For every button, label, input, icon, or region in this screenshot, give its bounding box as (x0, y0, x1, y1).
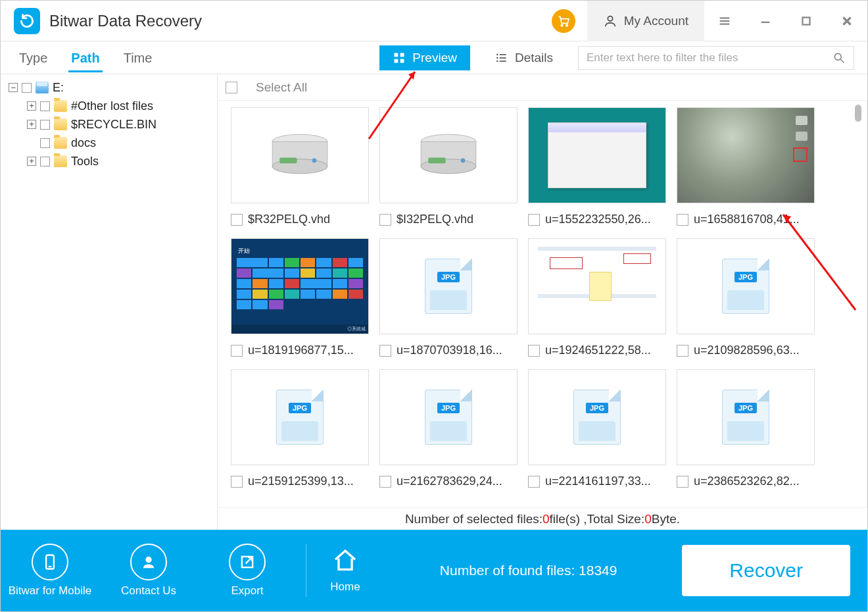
file-name: u=2214161197,33... (545, 474, 651, 488)
maximize-button[interactable] (786, 1, 827, 41)
export-button[interactable]: Export (198, 544, 297, 598)
preview-view-button[interactable]: Preview (379, 45, 470, 70)
file-checkbox[interactable] (677, 476, 688, 488)
tab-time[interactable]: Time (121, 44, 155, 71)
tree-item[interactable]: +$RECYCLE.BIN (9, 115, 217, 134)
file-item[interactable]: JPGu=2214161197,33... (528, 369, 666, 488)
file-thumbnail[interactable] (231, 107, 369, 203)
scrollbar-thumb[interactable] (855, 105, 861, 122)
expand-icon[interactable]: + (27, 157, 36, 166)
file-item[interactable]: u=1924651222,58... (528, 238, 666, 357)
file-checkbox[interactable] (231, 345, 243, 357)
svg-point-26 (312, 159, 317, 163)
home-button[interactable]: Home (316, 548, 375, 594)
file-item[interactable]: JPGu=2159125399,13... (231, 369, 369, 488)
bitwar-mobile-button[interactable]: Bitwar for Mobile (1, 544, 99, 598)
content-area: Select All $R32PELQ.vhd$I32PELQ.vhdu=155… (218, 74, 867, 530)
tree-item[interactable]: docs (9, 134, 217, 152)
file-thumbnail[interactable] (528, 107, 666, 203)
file-thumbnail[interactable]: JPG (528, 369, 666, 465)
file-thumbnail[interactable]: JPG (379, 369, 518, 465)
tree-item[interactable]: +Tools (9, 152, 217, 170)
tree-checkbox[interactable] (22, 83, 32, 93)
file-item[interactable]: JPGu=2386523262,82... (677, 369, 815, 488)
svg-rect-10 (395, 53, 398, 57)
file-checkbox[interactable] (528, 214, 540, 226)
tree-item-label: docs (71, 136, 96, 150)
file-item[interactable]: JPGu=2109828596,63... (677, 238, 815, 357)
preview-label: Preview (412, 51, 457, 65)
file-checkbox[interactable] (379, 214, 391, 226)
tree-checkbox[interactable] (40, 138, 50, 148)
recover-button[interactable]: Recover (682, 545, 850, 596)
svg-point-0 (561, 24, 563, 26)
file-thumbnail[interactable]: JPG (379, 238, 518, 334)
file-checkbox[interactable] (231, 214, 243, 226)
hamburger-icon (717, 14, 732, 28)
my-account-button[interactable]: My Account (587, 1, 704, 41)
cart-button[interactable] (552, 9, 575, 33)
search-box[interactable] (578, 46, 854, 70)
tree-item[interactable]: +#Other lost files (9, 97, 217, 115)
file-thumbnail[interactable]: JPG (231, 369, 369, 465)
file-thumbnail[interactable] (528, 238, 666, 334)
svg-point-20 (834, 53, 841, 60)
minimize-button[interactable] (745, 1, 786, 41)
file-item[interactable]: JPGu=2162783629,24... (379, 369, 518, 488)
expand-icon[interactable]: + (27, 101, 36, 111)
file-item[interactable]: 开始◎系统城u=1819196877,15... (231, 238, 369, 357)
file-thumbnail[interactable]: JPG (677, 238, 815, 334)
search-input[interactable] (587, 51, 832, 64)
select-all-row: Select All (218, 74, 867, 101)
contact-us-button[interactable]: Contact Us (99, 544, 198, 598)
folder-icon (54, 155, 67, 167)
file-thumbnail[interactable] (379, 107, 518, 203)
file-checkbox[interactable] (379, 476, 391, 488)
tree-checkbox[interactable] (40, 101, 50, 111)
svg-point-34 (145, 557, 151, 563)
tree-root[interactable]: − E: (9, 78, 217, 97)
tree-item-label: Tools (71, 155, 99, 168)
drive-icon (36, 82, 49, 93)
tree-checkbox[interactable] (40, 157, 50, 166)
found-files-status: Number of found files: 18349 (375, 563, 682, 578)
file-checkbox[interactable] (528, 345, 540, 357)
file-name: u=1552232550,26... (545, 213, 651, 226)
folder-tree: − E: +#Other lost files+$RECYCLE.BINdocs… (1, 74, 218, 530)
file-checkbox[interactable] (231, 476, 243, 488)
file-name: u=1924651222,58... (545, 344, 651, 357)
svg-rect-25 (279, 158, 297, 164)
maximize-icon (799, 14, 813, 28)
file-name: $R32PELQ.vhd (248, 213, 330, 226)
tab-path[interactable]: Path (68, 44, 102, 71)
file-thumbnail[interactable]: JPG (677, 369, 815, 465)
file-name: u=1658816708,41... (694, 213, 800, 226)
expand-icon[interactable]: + (27, 120, 36, 129)
file-item[interactable]: $R32PELQ.vhd (231, 107, 369, 226)
details-view-button[interactable]: Details (482, 45, 566, 70)
file-item[interactable]: u=1658816708,41... (677, 107, 815, 226)
expand-icon[interactable] (27, 138, 36, 147)
file-item[interactable]: $I32PELQ.vhd (379, 107, 518, 226)
file-checkbox[interactable] (677, 345, 688, 357)
close-button[interactable] (827, 1, 867, 41)
user-icon (603, 14, 617, 28)
collapse-icon[interactable]: − (9, 83, 18, 92)
app-logo-icon (14, 8, 40, 34)
selected-size: 0 (644, 512, 652, 526)
select-all-checkbox[interactable] (226, 82, 237, 93)
svg-line-21 (841, 59, 844, 63)
file-checkbox[interactable] (677, 214, 688, 226)
tab-type[interactable]: Type (16, 44, 50, 71)
file-item[interactable]: u=1552232550,26... (528, 107, 666, 226)
file-thumbnail[interactable] (677, 107, 815, 203)
file-checkbox[interactable] (379, 345, 391, 357)
tree-checkbox[interactable] (40, 120, 50, 130)
app-window: Bitwar Data Recovery My Account Type Pat… (0, 0, 868, 612)
file-name: u=1819196877,15... (248, 344, 354, 357)
menu-button[interactable] (704, 1, 745, 41)
file-thumbnail[interactable]: 开始◎系统城 (231, 238, 369, 334)
file-item[interactable]: JPGu=1870703918,16... (379, 238, 518, 357)
grid-icon (393, 51, 406, 64)
file-checkbox[interactable] (528, 476, 540, 488)
